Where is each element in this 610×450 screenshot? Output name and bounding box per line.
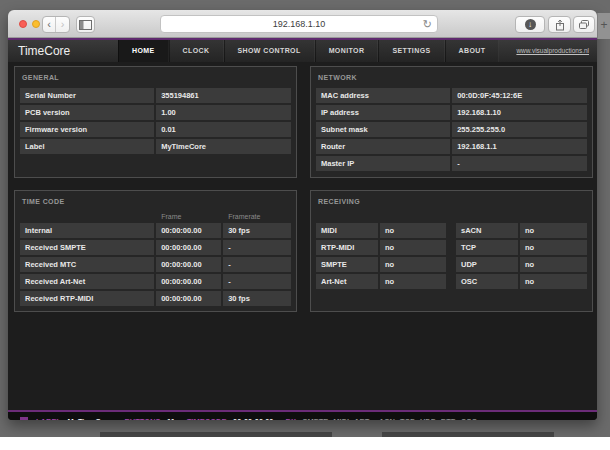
col-header-framerate: Framerate: [223, 212, 291, 223]
row-label: IP address: [316, 105, 450, 120]
column-gap: [446, 240, 456, 255]
table-row: Serial Number 355194861: [20, 88, 291, 103]
page-title: TimeCore: [18, 40, 70, 62]
table-row: Router 192.168.1.1: [316, 139, 587, 154]
row-value: no: [380, 223, 446, 238]
url-text[interactable]: 192.168.1.10: [161, 16, 437, 33]
tab-monitor[interactable]: MONITOR: [315, 40, 379, 62]
tab-show-control[interactable]: SHOW CONTROL: [224, 40, 315, 62]
row-value: no: [520, 257, 587, 272]
panel-timecode-title: TIME CODE: [22, 198, 291, 205]
sidebar-toggle-button[interactable]: [76, 16, 95, 33]
row-label: Serial Number: [20, 88, 154, 103]
status-timecode-key: TIMECODE:: [187, 417, 229, 421]
panel-timecode: TIME CODE Frame Framerate Internal 00:00…: [14, 190, 297, 312]
share-button[interactable]: [548, 16, 571, 33]
forward-button[interactable]: ›: [56, 17, 69, 32]
row-label: TCP: [456, 240, 518, 255]
tab-clock[interactable]: CLOCK: [169, 40, 224, 62]
row-value: 355194861: [156, 88, 291, 103]
row-frame: 00:00:00.00: [156, 274, 221, 289]
row-value: 0.01: [156, 122, 291, 137]
tab-home[interactable]: HOME: [118, 40, 169, 62]
browser-window: ‹ › 192.168.1.10 ↻ ↓: [8, 10, 597, 420]
table-row: SMPTE no UDP no: [316, 257, 587, 272]
downloads-button[interactable]: ↓: [515, 16, 545, 33]
panel-general: GENERAL Serial Number 355194861 PCB vers…: [14, 66, 297, 178]
visual-productions-link[interactable]: www.visualproductions.nl: [516, 40, 589, 62]
row-label: SMPTE: [316, 257, 378, 272]
row-frame: 00:00:00.00: [156, 240, 221, 255]
tab-about[interactable]: ABOUT: [445, 40, 500, 62]
page-content: GENERAL Serial Number 355194861 PCB vers…: [8, 62, 597, 400]
row-value: MyTimeCore: [156, 139, 291, 154]
row-value: no: [380, 257, 446, 272]
reload-icon[interactable]: ↻: [423, 16, 432, 33]
status-buttons-value: 11: [167, 417, 175, 421]
panel-network: NETWORK MAC address 00:0D:0F:45:12:6E IP…: [310, 66, 593, 178]
table-row: RTP-MIDI no TCP no: [316, 240, 587, 255]
download-icon: ↓: [525, 19, 536, 30]
row-value: no: [520, 223, 587, 238]
row-value: no: [380, 240, 446, 255]
row-value: 192.168.1.1: [452, 139, 587, 154]
row-label: MAC address: [316, 88, 450, 103]
close-window-button[interactable]: [19, 20, 27, 28]
sidebar-icon: [79, 20, 92, 30]
row-label: Label: [20, 139, 154, 154]
tabs-icon: [578, 19, 590, 30]
row-value: 255.255.255.0: [452, 122, 587, 137]
row-value: no: [380, 274, 446, 289]
history-nav-group: ‹ ›: [42, 16, 70, 33]
page: TimeCore HOME CLOCK SHOW CONTROL MONITOR…: [8, 38, 597, 420]
row-label: RTP-MIDI: [316, 240, 378, 255]
row-label: Received MTC: [20, 257, 154, 272]
table-row: Label MyTimeCore: [20, 139, 291, 154]
row-value: no: [520, 240, 587, 255]
table-row: Master IP -: [316, 156, 587, 171]
table-row: MIDI no sACN no: [316, 223, 587, 238]
plus-icon: +: [600, 18, 607, 32]
table-row: Subnet mask 255.255.255.0: [316, 122, 587, 137]
minimize-window-button[interactable]: [32, 20, 40, 28]
row-framerate: 30 fps: [223, 291, 291, 306]
row-label: sACN: [456, 223, 518, 238]
panel-general-title: GENERAL: [22, 74, 291, 81]
row-label: Router: [316, 139, 450, 154]
row-label: Internal: [20, 223, 154, 238]
share-icon: [554, 19, 566, 31]
row-framerate: -: [223, 274, 291, 289]
row-label: OSC: [456, 274, 518, 289]
new-tab-strip[interactable]: +: [597, 13, 610, 39]
col-header-frame: Frame: [156, 212, 221, 223]
row-value: no: [520, 274, 587, 289]
status-buttons-key: BUTTONS:: [124, 417, 163, 421]
status-label-value: MyTimeCore: [68, 417, 113, 421]
table-row: Received SMPTE 00:00:00.00 -: [20, 240, 291, 255]
row-framerate: -: [223, 240, 291, 255]
table-row: Received Art-Net 00:00:00.00 -: [20, 274, 291, 289]
col-header-empty: [20, 212, 154, 223]
status-rx-key: RX:: [286, 417, 299, 421]
row-label: Firmware version: [20, 122, 154, 137]
tab-settings[interactable]: SETTINGS: [378, 40, 444, 62]
row-label: Art-Net: [316, 274, 378, 289]
table-row: MAC address 00:0D:0F:45:12:6E: [316, 88, 587, 103]
back-button[interactable]: ‹: [43, 17, 56, 32]
row-value: 192.168.1.10: [452, 105, 587, 120]
row-label: PCB version: [20, 105, 154, 120]
row-label: Received Art-Net: [20, 274, 154, 289]
row-label: MIDI: [316, 223, 378, 238]
row-label: UDP: [456, 257, 518, 272]
timecode-column-headers: Frame Framerate: [20, 212, 291, 223]
show-tabs-button[interactable]: [573, 16, 595, 33]
row-label: Subnet mask: [316, 122, 450, 137]
row-frame: 00:00:00.00: [156, 257, 221, 272]
column-gap: [446, 274, 456, 289]
panel-receiving-title: RECEIVING: [318, 198, 587, 205]
row-label: Master IP: [316, 156, 450, 171]
table-row: IP address 192.168.1.10: [316, 105, 587, 120]
table-row: Received RTP-MIDI 00:00:00.00 30 fps: [20, 291, 291, 306]
row-label: Received SMPTE: [20, 240, 154, 255]
address-bar[interactable]: 192.168.1.10 ↻: [160, 15, 438, 33]
